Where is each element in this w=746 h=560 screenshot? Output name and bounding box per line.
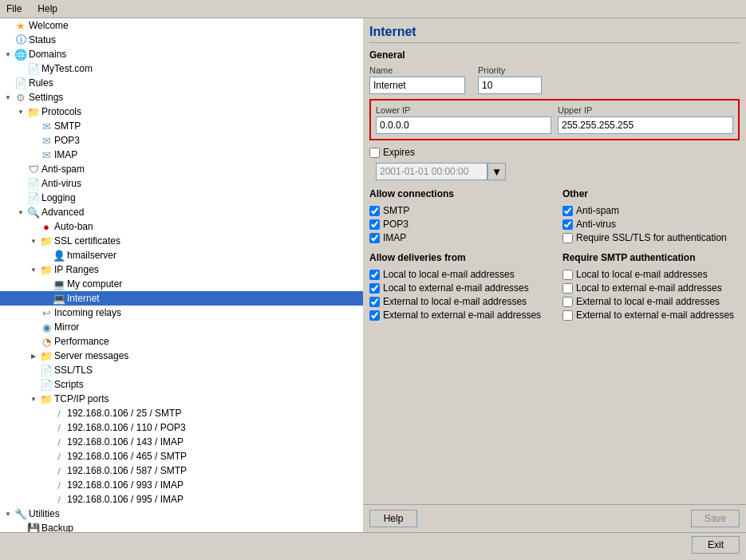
external-to-external-checkbox[interactable] xyxy=(369,310,380,321)
pop3-row: POP3 xyxy=(369,219,547,230)
sidebar-item-logging[interactable]: 📄Logging xyxy=(0,191,363,205)
pop3-checkbox[interactable] xyxy=(369,219,380,230)
tcp-ip-ports-label: TCP/IP ports xyxy=(54,393,109,404)
external-to-local-checkbox[interactable] xyxy=(369,297,380,307)
scripts-icon: 📄 xyxy=(40,378,53,391)
antispam-checkbox[interactable] xyxy=(562,206,573,216)
local-to-local-checkbox[interactable] xyxy=(369,270,380,280)
require-ssl-checkbox[interactable] xyxy=(562,233,573,243)
sidebar-item-smtp[interactable]: ✉SMTP xyxy=(0,119,363,133)
req-external-to-external-checkbox[interactable] xyxy=(562,310,573,321)
sidebar-item-mirror[interactable]: ◉Mirror xyxy=(0,320,363,334)
sidebar-item-port5[interactable]: /192.168.0.106 / 587 / SMTP xyxy=(0,463,363,478)
sidebar-item-antivirus[interactable]: 📄Anti-virus xyxy=(0,176,363,191)
sidebar-item-ssl-certs[interactable]: ▼📁SSL certificates xyxy=(0,234,363,248)
smtp-checkbox[interactable] xyxy=(369,206,380,216)
menu-file[interactable]: File xyxy=(0,2,28,16)
antivirus-checkbox[interactable] xyxy=(562,219,573,230)
deliveries-auth-row: Allow deliveries from Local to local e-m… xyxy=(369,252,740,323)
imap-expand-icon xyxy=(27,148,40,161)
protocols-expand-icon[interactable]: ▼ xyxy=(14,105,27,118)
sidebar-item-pop3[interactable]: ✉POP3 xyxy=(0,133,363,148)
smtp-row: SMTP xyxy=(369,205,547,216)
ssl-certs-expand-icon[interactable]: ▼ xyxy=(27,235,40,247)
sidebar-item-ip-ranges[interactable]: ▼📁IP Ranges xyxy=(0,262,363,277)
ip-ranges-expand-icon[interactable]: ▼ xyxy=(27,263,40,276)
tcp-ip-ports-expand-icon[interactable]: ▼ xyxy=(27,392,40,405)
ssl-tls-expand-icon xyxy=(27,364,40,377)
sidebar-item-utilities[interactable]: ▼🔧Utilities xyxy=(0,507,363,521)
sidebar-item-tcp-ip-ports[interactable]: ▼📁TCP/IP ports xyxy=(0,392,363,406)
right-panel: Internet General Name Priority xyxy=(363,18,746,532)
req-local-to-local-checkbox[interactable] xyxy=(562,270,573,280)
lower-ip-input[interactable] xyxy=(376,116,551,134)
upper-ip-input[interactable] xyxy=(558,116,733,134)
sidebar-item-domains[interactable]: ▼🌐Domains xyxy=(0,47,363,61)
welcome-icon: ★ xyxy=(14,19,27,32)
sidebar-item-status[interactable]: ⓘStatus xyxy=(0,33,363,47)
calendar-button[interactable]: ▼ xyxy=(487,163,506,180)
save-button[interactable]: Save xyxy=(691,510,740,527)
req-external-to-local-checkbox[interactable] xyxy=(562,297,573,307)
antivirus-label: Anti-virus xyxy=(576,219,616,230)
port1-icon: / xyxy=(53,407,65,420)
sidebar-item-port2[interactable]: /192.168.0.106 / 110 / POP3 xyxy=(0,420,363,435)
settings-expand-icon[interactable]: ▼ xyxy=(2,91,14,104)
imap-row: IMAP xyxy=(369,232,547,243)
sidebar-item-my-computer[interactable]: 💻My computer xyxy=(0,277,363,291)
sidebar-item-welcome[interactable]: ★Welcome xyxy=(0,18,363,33)
local-to-external-checkbox[interactable] xyxy=(369,283,380,294)
help-button[interactable]: Help xyxy=(369,510,417,527)
domains-expand-icon[interactable]: ▼ xyxy=(2,48,14,61)
ip-ranges-label: IP Ranges xyxy=(54,264,99,275)
sidebar-item-settings[interactable]: ▼⚙Settings xyxy=(0,90,363,105)
port2-label: 192.168.0.106 / 110 / POP3 xyxy=(67,422,186,433)
sidebar-item-port1[interactable]: /192.168.0.106 / 25 / SMTP xyxy=(0,406,363,420)
expires-date-input[interactable] xyxy=(376,163,487,180)
sidebar-item-port4[interactable]: /192.168.0.106 / 465 / SMTP xyxy=(0,449,363,463)
sidebar-item-internet[interactable]: 💻Internet xyxy=(0,291,363,306)
sidebar-item-backup[interactable]: 💾Backup xyxy=(0,521,363,532)
port5-icon: / xyxy=(53,464,65,477)
ssl-certs-label: SSL certificates xyxy=(54,235,120,246)
sidebar-item-incoming-relays[interactable]: ↩Incoming relays xyxy=(0,306,363,320)
menu-help[interactable]: Help xyxy=(31,2,64,16)
sidebar-item-scripts[interactable]: 📄Scripts xyxy=(0,377,363,392)
expires-checkbox[interactable] xyxy=(369,148,380,158)
sidebar-item-mytest[interactable]: 📄MyTest.com xyxy=(0,61,363,76)
server-messages-expand-icon[interactable]: ▶ xyxy=(27,349,40,362)
utilities-expand-icon[interactable]: ▼ xyxy=(2,507,14,520)
sidebar-item-rules[interactable]: 📄Rules xyxy=(0,76,363,90)
sidebar: ★WelcomeⓘStatus▼🌐Domains📄MyTest.com📄Rule… xyxy=(0,18,363,532)
sidebar-item-port7[interactable]: /192.168.0.106 / 995 / IMAP xyxy=(0,492,363,507)
req-local-to-external-checkbox[interactable] xyxy=(562,283,573,294)
sidebar-item-autoban[interactable]: ●Auto-ban xyxy=(0,219,363,234)
imap-checkbox[interactable] xyxy=(369,233,380,243)
sidebar-item-antispam[interactable]: 🛡Anti-spam xyxy=(0,162,363,176)
tcp-ip-ports-icon: 📁 xyxy=(40,392,53,405)
priority-input[interactable] xyxy=(478,77,542,94)
sidebar-item-port6[interactable]: /192.168.0.106 / 993 / IMAP xyxy=(0,478,363,492)
mytest-expand-icon xyxy=(14,62,27,75)
general-section: General Name Priority Lower IP xyxy=(369,49,740,180)
advanced-expand-icon[interactable]: ▼ xyxy=(14,206,27,219)
imap-icon: ✉ xyxy=(40,148,53,161)
port3-icon: / xyxy=(53,436,65,448)
sidebar-item-port3[interactable]: /192.168.0.106 / 143 / IMAP xyxy=(0,435,363,449)
req-local-to-local-label: Local to local e-mail addresses xyxy=(576,269,708,280)
internet-expand-icon xyxy=(40,292,53,305)
exit-button[interactable]: Exit xyxy=(692,536,740,554)
sidebar-item-performance[interactable]: ◔Performance xyxy=(0,334,363,349)
sidebar-item-advanced[interactable]: ▼🔍Advanced xyxy=(0,205,363,219)
welcome-expand-icon xyxy=(2,19,14,32)
sidebar-item-server-messages[interactable]: ▶📁Server messages xyxy=(0,349,363,363)
sidebar-item-protocols[interactable]: ▼📁Protocols xyxy=(0,105,363,119)
imap-label: IMAP xyxy=(54,149,77,160)
allow-connections-label: Allow connections xyxy=(369,188,547,202)
name-input[interactable] xyxy=(369,77,465,94)
pop3-label: POP3 xyxy=(54,135,80,146)
sidebar-item-imap[interactable]: ✉IMAP xyxy=(0,148,363,162)
sidebar-item-hmailserver[interactable]: 👤hmailserver xyxy=(0,248,363,262)
mirror-label: Mirror xyxy=(54,321,79,333)
sidebar-item-ssl-tls[interactable]: 📄SSL/TLS xyxy=(0,363,363,377)
